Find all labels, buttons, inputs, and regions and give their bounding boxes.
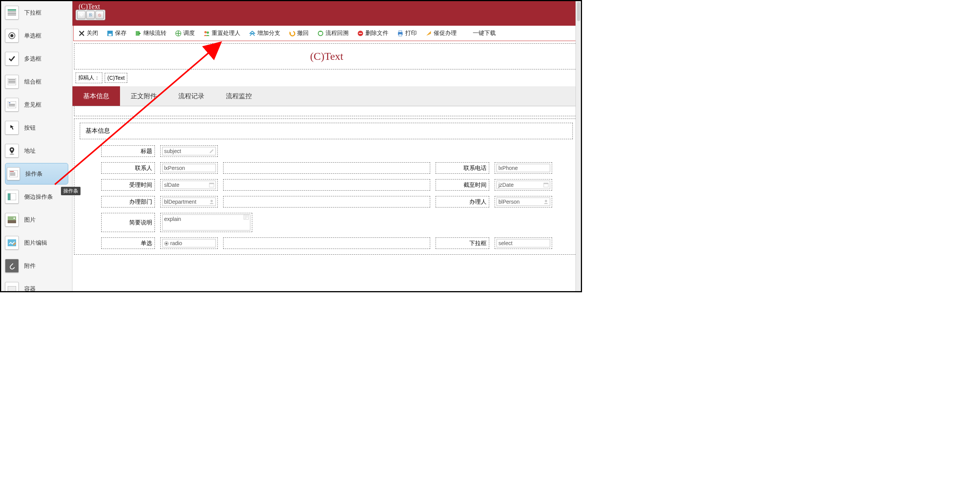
sidebar-label: 地址 <box>24 147 36 155</box>
sidebar-item-opinion[interactable]: 意见框 <box>1 93 72 116</box>
button-icon <box>5 121 19 135</box>
sidebar-label: 意见框 <box>24 101 41 109</box>
move-icon[interactable]: ✥ <box>77 11 86 19</box>
urge-icon <box>425 30 432 37</box>
retrace-button[interactable]: 流程回溯 <box>317 30 349 37</box>
save-icon <box>107 30 113 37</box>
tab-basic-info[interactable]: 基本信息 <box>72 86 120 106</box>
element-mini-toolbar[interactable]: ✥ ⎘ ⦸ <box>76 10 105 20</box>
svg-point-5 <box>10 34 13 37</box>
sidebar-item-radio[interactable]: 单选框 <box>1 24 72 47</box>
label-blperson: 办理人 <box>436 196 489 208</box>
sidebar-label: 按钮 <box>24 124 36 132</box>
calendar-icon <box>209 182 214 188</box>
svg-point-32 <box>204 31 207 33</box>
combo-icon <box>5 75 19 89</box>
tab-body-attach[interactable]: 正文附件 <box>120 86 168 106</box>
label-subject: 标题 <box>101 145 155 157</box>
field-select[interactable]: select <box>495 237 552 249</box>
form-grid: 标题 subject 联系人 lxPerson 联系电话 lxPhone 受 <box>74 143 579 249</box>
sidebar-label: 容器 <box>24 285 36 292</box>
address-icon <box>5 144 19 158</box>
sidebar-item-address[interactable]: 地址 <box>1 139 72 162</box>
sidebar-item-image-edit[interactable]: 图片编辑 <box>1 231 72 254</box>
svg-rect-39 <box>399 34 402 36</box>
field-lxphone[interactable]: lxPhone <box>495 162 552 174</box>
svg-rect-41 <box>209 183 214 184</box>
sidebar-label: 下拉框 <box>24 9 41 16</box>
field-subject[interactable]: subject <box>160 145 218 157</box>
save-button[interactable]: 保存 <box>107 30 127 37</box>
svg-rect-29 <box>109 34 112 36</box>
close-button[interactable]: 关闭 <box>78 30 98 37</box>
action-toolbar: 关闭 保存 继续流转 调度 重置处理人 增加分支 撤回 流程回溯 删除文件 打印… <box>73 26 580 41</box>
sidebar-item-checkbox[interactable]: 多选框 <box>1 47 72 70</box>
author-value[interactable]: (C)Text <box>105 73 127 83</box>
field-lxperson[interactable]: lxPerson <box>160 162 218 174</box>
sidebar-label: 操作条 <box>25 170 43 178</box>
label-lxperson: 联系人 <box>101 162 155 174</box>
sidebar-item-attachment[interactable]: 附件 <box>1 254 72 277</box>
radio-icon <box>5 29 19 43</box>
vertical-scrollbar[interactable] <box>576 1 581 291</box>
print-button[interactable]: 打印 <box>397 30 417 37</box>
tab-flow-monitor[interactable]: 流程监控 <box>215 86 263 106</box>
download-all-button[interactable]: 一键下载 <box>473 30 496 37</box>
continue-button[interactable]: 继续流转 <box>135 30 166 37</box>
svg-rect-0 <box>8 9 16 11</box>
field-jzdate[interactable]: jzDate <box>495 179 552 191</box>
continue-icon <box>135 30 142 37</box>
svg-rect-7 <box>8 79 15 80</box>
sidebar-item-button[interactable]: 按钮 <box>1 116 72 139</box>
svg-point-25 <box>13 217 15 219</box>
sidebar-label: 组合框 <box>24 78 41 86</box>
recall-button[interactable]: 撤回 <box>289 30 309 37</box>
field-bldept[interactable]: blDepartment <box>160 196 218 208</box>
sidebar-item-dropdown[interactable]: 下拉框 <box>1 1 72 24</box>
delete-icon[interactable]: ⦸ <box>95 11 104 19</box>
add-branch-button[interactable]: 增加分支 <box>249 30 280 37</box>
reset-handler-button[interactable]: 重置处理人 <box>203 30 240 37</box>
tab-band-placeholder <box>74 106 579 116</box>
field-radio[interactable]: radio <box>160 237 218 249</box>
tabs: 基本信息 正文附件 流程记录 流程监控 <box>72 86 581 106</box>
author-row: 拟稿人： (C)Text <box>74 71 579 85</box>
sidebar-item-actionbar[interactable]: 操作条 <box>5 163 68 184</box>
svg-rect-1 <box>8 12 16 12</box>
delete-file-icon <box>357 30 364 37</box>
side-actionbar-icon <box>5 190 19 204</box>
grid-spacer <box>223 237 430 249</box>
tab-flow-record[interactable]: 流程记录 <box>168 86 215 106</box>
title-placeholder[interactable]: (C)Text <box>74 43 579 69</box>
image-icon <box>5 213 19 227</box>
svg-rect-17 <box>10 171 14 172</box>
label-sldate: 受理时间 <box>101 179 155 191</box>
attachment-icon <box>5 259 19 273</box>
sidebar-label: 图片 <box>24 216 36 224</box>
sidebar-item-combo[interactable]: 组合框 <box>1 70 72 93</box>
field-blperson[interactable]: blPerson <box>495 196 552 208</box>
component-palette-sidebar[interactable]: 下拉框 单选框 多选框 组合框 意见框 按钮 地址 操作条 <box>1 1 72 291</box>
reset-handler-icon <box>203 30 210 37</box>
svg-point-33 <box>207 31 209 34</box>
sidebar-item-container[interactable]: 容器 <box>1 277 72 291</box>
delete-file-button[interactable]: 删除文件 <box>357 30 388 37</box>
urge-button[interactable]: 催促办理 <box>425 30 457 37</box>
dispatch-button[interactable]: 调度 <box>175 30 195 37</box>
sidebar-label: 多选框 <box>24 55 41 63</box>
sidebar-item-image[interactable]: 图片 <box>1 208 72 231</box>
retrace-icon <box>317 30 324 37</box>
svg-rect-21 <box>8 193 10 200</box>
field-sldate[interactable]: slDate <box>160 179 218 191</box>
svg-rect-43 <box>544 183 548 184</box>
svg-rect-11 <box>9 102 10 103</box>
fieldset-basic-info: 基本信息 标题 subject 联系人 lxPerson 联系电话 lxPho <box>74 119 579 255</box>
sidebar-label: 附件 <box>24 262 36 270</box>
grid-spacer <box>223 179 430 191</box>
field-explain[interactable]: explain <box>160 213 252 232</box>
svg-rect-26 <box>8 239 16 246</box>
svg-point-14 <box>11 149 13 151</box>
copy-icon[interactable]: ⎘ <box>86 11 95 19</box>
svg-rect-24 <box>8 220 16 223</box>
svg-rect-19 <box>10 174 15 175</box>
